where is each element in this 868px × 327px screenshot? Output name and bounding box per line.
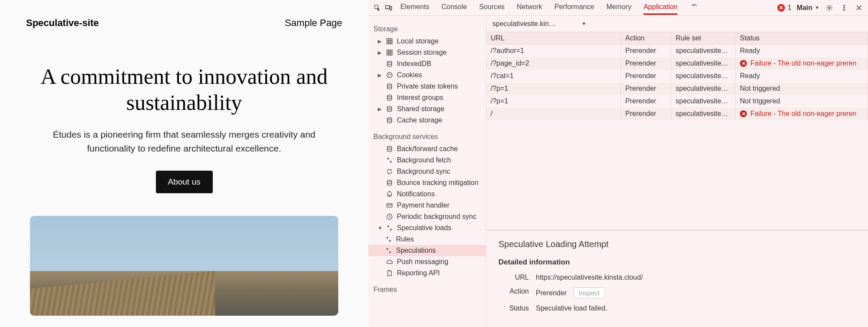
inspect-element-icon[interactable] — [373, 3, 382, 13]
detail-url-label: URL — [498, 274, 529, 281]
error-icon: ✕ — [777, 4, 785, 12]
sidebar-item[interactable]: Back/forward cache — [368, 143, 486, 155]
col-ruleset[interactable]: Rule set — [671, 32, 736, 44]
error-count[interactable]: ✕ 1 — [777, 4, 792, 12]
sidebar-item[interactable]: ▼Speculative loads — [368, 222, 486, 234]
status-text: Failure - The old non-eager preren — [750, 59, 856, 67]
origin-selector[interactable]: speculativesite.kin… ▼ — [492, 20, 586, 28]
table-row[interactable]: /?page_id=2Prerenderspeculativesite…✕Fai… — [486, 57, 868, 70]
col-action[interactable]: Action — [621, 32, 671, 44]
table-row[interactable]: /Prerenderspeculativesite…✕Failure - The… — [486, 108, 868, 120]
cell-status: Not triggered — [736, 83, 868, 95]
origin-selector-row: speculativesite.kin… ▼ — [486, 16, 868, 32]
svg-point-3 — [828, 7, 830, 9]
cell-status: Ready — [736, 45, 868, 57]
svg-rect-8 — [387, 50, 392, 55]
nav-link-sample[interactable]: Sample Page — [285, 17, 342, 29]
cell-action: Prerender — [621, 70, 671, 82]
sidebar-item-label: Notifications — [397, 190, 435, 198]
sidebar-item[interactable]: Bounce tracking mitigation — [368, 177, 486, 188]
cell-url: /?author=1 — [486, 45, 621, 57]
storage-icon — [386, 116, 393, 124]
device-toolbar-icon[interactable] — [384, 3, 393, 13]
table-row[interactable]: /?p=1Prerenderspeculativesite…Not trigge… — [486, 83, 868, 95]
svg-rect-2 — [390, 7, 392, 10]
sidebar-item[interactable]: Private state tokens — [368, 81, 486, 92]
table-header: URL Action Rule set Status — [486, 32, 868, 45]
section-storage: Storage — [368, 23, 486, 36]
cell-ruleset: speculativesite… — [671, 45, 736, 57]
site-title[interactable]: Speculative-site — [26, 17, 99, 29]
status-text: Failure - The old non-eager preren — [750, 110, 856, 118]
sidebar-item[interactable]: Periodic background sync — [368, 211, 486, 222]
error-icon: ✕ — [740, 110, 747, 117]
tab-performance[interactable]: Performance — [554, 0, 594, 15]
devtools-toolbar: Elements Console Sources Network Perform… — [368, 0, 868, 16]
tab-application[interactable]: Application — [644, 0, 677, 15]
detail-url-value: https://speculativesite.kinsta.cloud/ — [536, 274, 643, 281]
table-row[interactable]: /?cat=1Prerenderspeculativesite…Ready — [486, 70, 868, 83]
sidebar-item[interactable]: Push messaging — [368, 256, 486, 268]
service-icon — [386, 213, 393, 221]
sidebar-item[interactable]: Notifications — [368, 188, 486, 200]
sidebar-item-label: Local storage — [397, 37, 439, 45]
table-row[interactable]: /?author=1Prerenderspeculativesite…Ready — [486, 45, 868, 57]
service-icon — [386, 179, 393, 187]
sidebar-item-label: Payment handler — [397, 201, 449, 209]
svg-point-19 — [387, 180, 392, 182]
storage-icon — [386, 37, 393, 45]
sidebar-item[interactable]: ▶Shared storage — [368, 103, 486, 115]
sidebar-item-label: Background sync — [397, 168, 450, 175]
sidebar-item[interactable]: IndexedDB — [368, 58, 486, 69]
target-selector[interactable]: Main ▼ — [797, 4, 819, 12]
col-status[interactable]: Status — [736, 32, 868, 44]
svg-point-16 — [387, 106, 392, 108]
detail-status-label: Status — [498, 304, 529, 312]
sidebar-item[interactable]: Reporting API — [368, 268, 486, 279]
site-header: Speculative-site Sample Page — [26, 17, 342, 29]
application-sidebar: Storage ▶Local storage▶Session storageIn… — [368, 16, 486, 327]
sidebar-item[interactable]: Background fetch — [368, 155, 486, 166]
tab-memory[interactable]: Memory — [606, 0, 631, 15]
status-text: Ready — [740, 47, 760, 54]
service-icon — [386, 156, 393, 164]
inspect-button[interactable]: Inspect — [573, 287, 605, 298]
error-icon: ✕ — [740, 60, 747, 67]
more-tabs-icon[interactable] — [690, 0, 699, 10]
service-icon — [386, 201, 393, 209]
tab-sources[interactable]: Sources — [479, 0, 505, 15]
service-icon — [386, 224, 393, 232]
sidebar-item[interactable]: Rules — [368, 234, 486, 245]
sidebar-item[interactable]: ▶Session storage — [368, 47, 486, 58]
sidebar-item[interactable]: ▶Local storage — [368, 36, 486, 47]
close-icon[interactable] — [854, 3, 864, 13]
tab-network[interactable]: Network — [517, 0, 542, 15]
sidebar-item[interactable]: Background sync — [368, 166, 486, 177]
sidebar-item[interactable]: Speculations — [368, 245, 486, 256]
tab-elements[interactable]: Elements — [400, 0, 429, 15]
sidebar-item-label: Shared storage — [397, 105, 444, 113]
chevron-down-icon: ▼ — [815, 5, 819, 10]
svg-point-14 — [387, 84, 392, 86]
cell-status: ✕Failure - The old non-eager preren — [736, 108, 868, 120]
cell-action: Prerender — [621, 45, 671, 57]
sidebar-item[interactable]: Cache storage — [368, 115, 486, 126]
storage-icon — [386, 60, 393, 68]
svg-point-11 — [389, 74, 389, 75]
cell-url: / — [486, 108, 621, 120]
kebab-menu-icon[interactable] — [839, 3, 849, 13]
hero-subheading: Études is a pioneering firm that seamles… — [45, 128, 323, 155]
gear-icon[interactable] — [825, 3, 834, 13]
sidebar-item[interactable]: Interest groups — [368, 92, 486, 103]
service-icon — [386, 258, 393, 266]
col-url[interactable]: URL — [486, 32, 621, 44]
detail-action-value: Prerender Inspect — [536, 287, 605, 298]
cell-action: Prerender — [621, 95, 671, 107]
tab-console[interactable]: Console — [442, 0, 467, 15]
table-row[interactable]: /?p=1Prerenderspeculativesite…Not trigge… — [486, 95, 868, 108]
sidebar-item-label: Reporting API — [397, 269, 440, 277]
detail-title: Speculative Loading Attempt — [498, 239, 856, 249]
sidebar-item[interactable]: ▶Cookies — [368, 69, 486, 81]
about-us-button[interactable]: About us — [156, 171, 213, 193]
sidebar-item[interactable]: Payment handler — [368, 200, 486, 211]
